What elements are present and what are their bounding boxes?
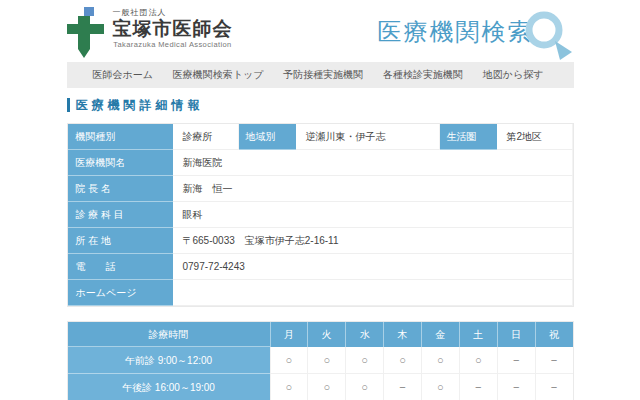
schedule-cell: ○ — [459, 347, 497, 374]
detail-label-phone: 電 話 — [68, 254, 173, 280]
schedule-cell: ○ — [270, 374, 308, 400]
schedule-header-mon: 月 — [270, 322, 308, 347]
schedule-header-sun: 日 — [497, 322, 535, 347]
schedule-cell: ○ — [345, 374, 383, 400]
detail-label-department: 診 療 科 目 — [68, 202, 173, 228]
nav-item-checkup[interactable]: 各種検診実施機関 — [383, 68, 463, 82]
schedule-cell: ○ — [383, 347, 421, 374]
title-accent-bar — [67, 98, 70, 112]
schedule-header-wed: 水 — [345, 322, 383, 347]
schedule-cell: ○ — [345, 347, 383, 374]
table-row: 機関種別 診療所 地域別 逆瀬川東・伊子志 生活圏 第2地区 — [68, 124, 573, 150]
schedule-row-morning: 午前診 9:00～12:00 ○ ○ ○ ○ ○ ○ − − — [68, 347, 573, 374]
association-logo[interactable]: 一般社団法人 宝塚市医師会 Takarazuka Medical Associa… — [67, 3, 233, 59]
schedule-cell: ○ — [307, 374, 345, 400]
section-title: 医療機関検索 — [378, 16, 534, 48]
detail-value-director: 新海 恒一 — [173, 176, 573, 202]
org-name-english: Takarazuka Medical Association — [113, 40, 233, 49]
site-header: 一般社団法人 宝塚市医師会 Takarazuka Medical Associa… — [67, 0, 574, 62]
org-type-label: 一般社団法人 — [113, 7, 233, 18]
detail-value-phone: 0797-72-4243 — [173, 254, 573, 280]
detail-label-area: 生活圏 — [440, 124, 497, 150]
page-title: 医療機関詳細情報 — [67, 97, 574, 113]
schedule-cell: − — [535, 374, 573, 400]
schedule-header-row: 診療時間 月 火 水 木 金 土 日 祝 — [68, 322, 573, 347]
detail-value-homepage — [173, 280, 573, 306]
detail-label-name: 医療機関名 — [68, 150, 173, 176]
detail-label-type: 機関種別 — [68, 124, 173, 150]
consultation-hours-table: 診療時間 月 火 水 木 金 土 日 祝 午前診 9:00～12:00 ○ ○ … — [67, 321, 574, 400]
schedule-row-afternoon: 午後診 16:00～19:00 ○ ○ ○ − ○ − − − — [68, 374, 573, 400]
detail-label-address: 所 在 地 — [68, 228, 173, 254]
detail-value-area: 第2地区 — [497, 124, 573, 150]
schedule-cell: ○ — [270, 347, 308, 374]
detail-label-director: 院 長 名 — [68, 176, 173, 202]
schedule-header-thu: 木 — [383, 322, 421, 347]
nav-item-map[interactable]: 地図から探す — [483, 68, 544, 82]
main-nav: 医師会ホーム 医療機関検索トップ 予防接種実施機関 各種検診実施機関 地図から探… — [67, 62, 574, 88]
schedule-row-label: 午前診 9:00～12:00 — [68, 347, 270, 374]
schedule-header-fri: 金 — [421, 322, 459, 347]
schedule-header-sat: 土 — [459, 322, 497, 347]
table-row: 診 療 科 目 眼科 — [68, 202, 573, 228]
schedule-cell: − — [497, 347, 535, 374]
detail-label-homepage: ホームページ — [68, 280, 173, 306]
table-row: 電 話 0797-72-4243 — [68, 254, 573, 280]
schedule-cell: − — [459, 374, 497, 400]
table-row: 院 長 名 新海 恒一 — [68, 176, 573, 202]
detail-value-address: 〒665-0033 宝塚市伊子志2-16-11 — [173, 228, 573, 254]
detail-value-name: 新海医院 — [173, 150, 573, 176]
nav-item-search-top[interactable]: 医療機関検索トップ — [173, 68, 264, 82]
table-row: 所 在 地 〒665-0033 宝塚市伊子志2-16-11 — [68, 228, 573, 254]
org-name: 宝塚市医師会 — [113, 19, 233, 40]
detail-label-region: 地域別 — [239, 124, 296, 150]
magnifier-icon — [520, 10, 576, 62]
nav-item-vaccination[interactable]: 予防接種実施機関 — [283, 68, 363, 82]
schedule-cell: − — [497, 374, 535, 400]
schedule-header-tue: 火 — [307, 322, 345, 347]
nav-item-home[interactable]: 医師会ホーム — [93, 68, 153, 82]
table-row: ホームページ — [68, 280, 573, 306]
logo-cross-icon — [67, 7, 107, 59]
schedule-cell: ○ — [421, 374, 459, 400]
institution-detail-table: 機関種別 診療所 地域別 逆瀬川東・伊子志 生活圏 第2地区 医療機関名 新海医… — [67, 123, 574, 307]
schedule-header-holiday: 祝 — [535, 322, 573, 347]
schedule-cell: − — [535, 347, 573, 374]
schedule-header-title: 診療時間 — [68, 322, 270, 347]
table-row: 医療機関名 新海医院 — [68, 150, 573, 176]
detail-value-region: 逆瀬川東・伊子志 — [296, 124, 440, 150]
detail-value-department: 眼科 — [173, 202, 573, 228]
section-title-block: 医療機関検索 — [378, 2, 576, 62]
schedule-cell: ○ — [307, 347, 345, 374]
detail-value-type: 診療所 — [173, 124, 239, 150]
schedule-row-label: 午後診 16:00～19:00 — [68, 374, 270, 400]
schedule-cell: − — [383, 374, 421, 400]
schedule-cell: ○ — [421, 347, 459, 374]
